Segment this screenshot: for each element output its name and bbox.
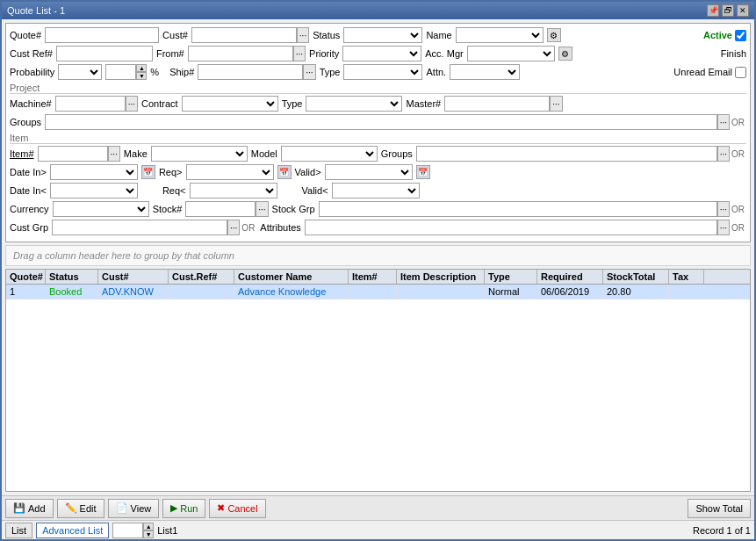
col-item[interactable]: Item# [349, 270, 397, 284]
custgrp-dots-button[interactable]: ··· [227, 220, 240, 235]
results-grid[interactable]: Quote# Status Cust# Cust.Ref# Customer N… [5, 269, 751, 492]
req-select[interactable] [186, 164, 274, 180]
active-checkbox[interactable] [735, 30, 746, 41]
quote-input[interactable] [45, 27, 159, 43]
name-select[interactable] [456, 27, 544, 43]
tab-list[interactable]: List [5, 523, 32, 538]
attributes-dots-button[interactable]: ··· [717, 220, 730, 235]
machine-input[interactable] [55, 96, 126, 112]
contract-select[interactable] [182, 96, 278, 112]
datein-cal-button[interactable]: 📅 [141, 165, 155, 179]
stocknum-input[interactable] [185, 201, 256, 217]
col-custref[interactable]: Cust.Ref# [169, 270, 234, 284]
col-quote[interactable]: Quote# [6, 270, 46, 284]
form-row-9: Currency Stock# ··· Stock Grp ··· OR [10, 201, 746, 217]
priority-select[interactable] [342, 46, 421, 61]
col-type[interactable]: Type [485, 270, 537, 284]
from-input[interactable] [188, 46, 293, 61]
edit-button[interactable]: ✏️ Edit [57, 499, 104, 518]
custgrp-input[interactable] [52, 220, 227, 235]
table-row[interactable]: 1 Booked ADV.KNOW Advance Knowledge Norm… [6, 285, 750, 299]
unread-email-checkbox[interactable] [735, 67, 746, 78]
counter-down-button[interactable]: ▼ [143, 530, 154, 538]
accmgr-select[interactable] [467, 46, 555, 61]
stockgrp-input[interactable] [319, 201, 717, 217]
valid-cal-button[interactable]: 📅 [416, 165, 430, 179]
prob-up-button[interactable]: ▲ [136, 64, 147, 72]
restore-button[interactable]: 🗗 [722, 4, 734, 17]
cust-input[interactable] [191, 27, 297, 43]
type2-select[interactable] [306, 96, 402, 112]
counter-spinner-btns: ▲ ▼ [143, 523, 154, 538]
req-cal-button[interactable]: 📅 [277, 165, 292, 179]
cancel-button[interactable]: ✖ Cancel [209, 499, 265, 518]
currency-label: Currency [10, 204, 49, 214]
col-tax[interactable]: Tax [669, 270, 704, 284]
custref-input[interactable] [56, 46, 153, 61]
col-stocktotal[interactable]: StockTotal [603, 270, 669, 284]
datein-select[interactable] [50, 164, 138, 180]
model-select[interactable] [281, 146, 378, 162]
cust-dots-button[interactable]: ··· [297, 27, 309, 43]
counter-input[interactable]: 0 [112, 523, 143, 538]
groups2-dots-button[interactable]: ··· [717, 146, 730, 162]
from-dots-button[interactable]: ··· [293, 46, 306, 61]
valid2-select[interactable] [332, 183, 420, 198]
counter-up-button[interactable]: ▲ [143, 523, 154, 530]
view-button[interactable]: 📄 View [108, 499, 160, 518]
form-area: Quote# Cust# ··· Status Name ⚙ Active [5, 23, 751, 242]
status-select[interactable] [343, 27, 422, 43]
show-total-button[interactable]: Show Total [688, 499, 751, 518]
add-button[interactable]: 💾 Add [5, 499, 54, 518]
custref-label: Cust Ref# [10, 48, 53, 59]
finish-label: Finish [721, 48, 746, 59]
stockgrp-dots-button[interactable]: ··· [717, 201, 730, 217]
cell-cust[interactable]: ADV.KNOW [98, 285, 169, 299]
groups-input[interactable] [45, 114, 717, 130]
col-custname[interactable]: Customer Name [234, 270, 349, 284]
make-select[interactable] [151, 146, 248, 162]
type-select[interactable] [343, 64, 422, 80]
probability-input[interactable]: 100 [105, 64, 136, 80]
cell-custname[interactable]: Advance Knowledge [234, 285, 349, 299]
ship-input[interactable] [198, 64, 303, 80]
percent-label: % [150, 67, 159, 77]
req2-select[interactable] [190, 183, 277, 198]
attn-select[interactable] [450, 64, 520, 80]
bottom-bar: 💾 Add ✏️ Edit 📄 View ▶ Run ✖ Cancel Show… [2, 495, 754, 520]
machine-dots-button[interactable]: ··· [126, 96, 138, 112]
col-cust[interactable]: Cust# [98, 270, 169, 284]
groups-dots-button[interactable]: ··· [717, 114, 730, 130]
itemnum-input[interactable] [38, 146, 108, 162]
masternum-dots-button[interactable]: ··· [550, 96, 562, 112]
col-status[interactable]: Status [46, 270, 98, 284]
col-required[interactable]: Required [537, 270, 603, 284]
accmgr-gear-button[interactable]: ⚙ [558, 47, 572, 61]
stocknum-dots-button[interactable]: ··· [256, 201, 268, 217]
active-label: Active [703, 30, 732, 40]
cancel-icon: ✖ [217, 502, 225, 514]
col-itemdesc[interactable]: Item Description [397, 270, 485, 284]
currency-select[interactable] [53, 201, 149, 217]
name-gear-button[interactable]: ⚙ [547, 28, 561, 42]
cell-item [349, 285, 397, 299]
run-button[interactable]: ▶ Run [162, 499, 205, 518]
ship-dots-button[interactable]: ··· [303, 64, 315, 80]
tab-advanced-list[interactable]: Advanced List [36, 523, 109, 538]
masternum-input[interactable] [444, 96, 550, 112]
grid-header: Quote# Status Cust# Cust.Ref# Customer N… [6, 270, 750, 285]
prob-down-button[interactable]: ▼ [136, 72, 147, 80]
datein2-select[interactable] [50, 183, 138, 198]
pin-button[interactable]: 📌 [707, 4, 719, 17]
groups2-input[interactable] [416, 146, 717, 162]
close-button[interactable]: ✕ [737, 4, 749, 17]
type2-label: Type [282, 98, 303, 109]
probability-select[interactable] [58, 64, 102, 80]
form-row-2: Cust Ref# From# ··· Priority Acc. Mgr ⚙ … [10, 46, 746, 61]
quote-label: Quote# [10, 30, 41, 40]
attributes-input[interactable] [305, 220, 717, 235]
machine-field: ··· [55, 96, 138, 112]
view-icon: 📄 [116, 502, 128, 514]
itemnum-dots-button[interactable]: ··· [108, 146, 120, 162]
valid-select[interactable] [325, 164, 413, 180]
